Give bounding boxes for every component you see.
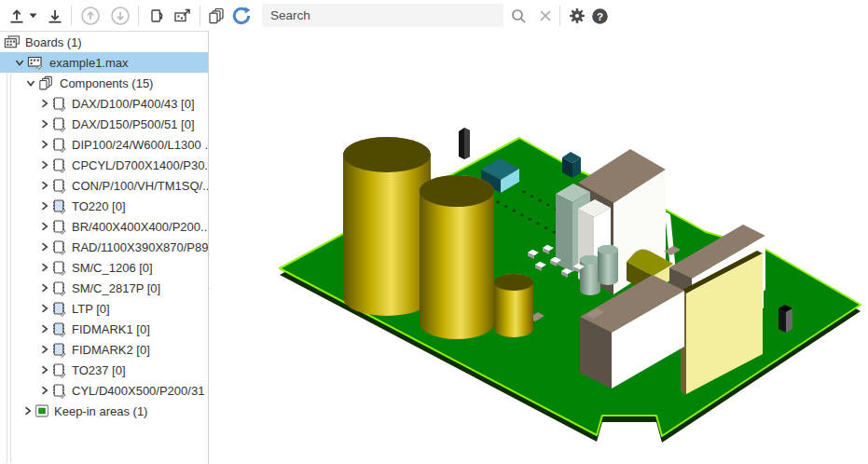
component-label: DAX/D100/P400/43 [0] (72, 97, 195, 111)
large-gold-capacitor-2[interactable] (420, 175, 494, 339)
components-stack-button[interactable] (205, 4, 229, 28)
sage-cylinder-2[interactable] (598, 245, 618, 285)
download-button[interactable] (43, 4, 67, 28)
clear-search-button[interactable] (533, 4, 558, 28)
chevron-right-icon[interactable] (24, 406, 32, 416)
tree-component-row[interactable]: FIDMARK2 [0] (0, 339, 208, 360)
components-stack-icon (38, 75, 55, 91)
settings-gear-icon (568, 7, 586, 25)
circle-arrow-up-icon (80, 6, 101, 26)
search-button[interactable] (506, 4, 530, 28)
component-label: DIP100/24/W600/L1300 ... (72, 138, 209, 152)
upload-icon (8, 7, 25, 24)
component-icon (51, 321, 67, 337)
circle-arrow-down-icon (110, 6, 131, 26)
components-label: Components (15) (60, 76, 153, 90)
component-label: RAD/1100X390X870/P89... (72, 240, 209, 254)
component-icon (51, 137, 67, 153)
tree-component-row[interactable]: SM/C_1206 [0] (0, 257, 208, 278)
reload-button[interactable] (229, 4, 254, 28)
tree-component-row[interactable]: TO237 [0] (0, 360, 208, 380)
move-up-button[interactable] (78, 4, 103, 28)
toolbar-separator (559, 6, 560, 26)
chevron-right-icon[interactable] (41, 119, 48, 129)
chevron-right-icon[interactable] (41, 242, 48, 252)
model-tree-panel: Boards (1) example1.max Components (15) (0, 31, 209, 464)
component-label: CPCYL/D700X1400/P30... (72, 158, 209, 172)
component-icon (51, 260, 67, 276)
large-gold-capacitor-1[interactable] (343, 137, 431, 316)
tree-node-keepin[interactable]: Keep-in areas (1) (0, 401, 208, 421)
component-label: CON/P/100/VH/TM1SQ/... (72, 179, 209, 193)
boards-stack-icon (4, 34, 21, 50)
chevron-right-icon[interactable] (41, 345, 48, 354)
tree-component-row[interactable]: DAX/D100/P400/43 [0] (0, 93, 208, 114)
chevron-right-icon[interactable] (41, 324, 48, 334)
chevron-right-icon[interactable] (41, 222, 48, 231)
chevron-right-icon[interactable] (41, 304, 48, 313)
component-label: FIDMARK1 [0] (72, 322, 150, 336)
chevron-right-icon[interactable] (41, 263, 48, 272)
tree-component-row[interactable]: LTP [0] (0, 298, 208, 319)
download-icon (47, 7, 63, 24)
chevron-down-icon[interactable] (15, 59, 24, 67)
tree-node-components[interactable]: Components (15) (0, 73, 208, 93)
sage-cylinder-1[interactable] (580, 255, 600, 295)
tree-component-row[interactable]: SM/C_2817P [0] (0, 278, 208, 298)
3d-viewport[interactable] (210, 31, 868, 464)
tree-component-row[interactable]: DIP100/24/W600/L1300 ... (0, 134, 208, 155)
chevron-right-icon[interactable] (41, 201, 48, 211)
open-board-external-button[interactable] (171, 4, 195, 28)
tree-component-row[interactable]: CPCYL/D700X1400/P30... (0, 155, 208, 175)
clear-x-icon (539, 9, 552, 22)
component-icon (51, 362, 67, 378)
chevron-right-icon[interactable] (41, 160, 48, 170)
search-input[interactable] (262, 4, 503, 27)
reload-icon (231, 6, 252, 26)
help-button[interactable]: ? (587, 4, 612, 28)
component-icon (51, 342, 67, 358)
board-file-label: example1.max (49, 56, 129, 70)
tree-node-boards[interactable]: Boards (1) (0, 32, 208, 52)
tree-component-row[interactable]: RAD/1100X390X870/P89... (0, 237, 208, 257)
component-icon (51, 219, 67, 235)
tree-component-row[interactable]: CON/P/100/VH/TM1SQ/... (0, 175, 208, 196)
component-icon (51, 157, 67, 173)
component-icon (51, 280, 67, 296)
component-label: SM/C_2817P [0] (72, 281, 160, 295)
keepin-label: Keep-in areas (1) (54, 404, 147, 418)
tree-component-row[interactable]: TO220 [0] (0, 196, 208, 216)
board-edit-icon (27, 55, 45, 70)
chevron-right-icon[interactable] (41, 140, 48, 149)
chevron-right-icon[interactable] (41, 365, 48, 375)
upload-menu-button[interactable] (26, 4, 39, 28)
component-icon (51, 96, 67, 112)
tree-component-row[interactable]: CYL/D400X500/P200/31 ... (0, 380, 208, 401)
small-black-component[interactable] (778, 305, 792, 333)
small-gold-capacitor[interactable] (494, 274, 533, 337)
settings-button[interactable] (565, 4, 589, 28)
component-label: TO220 [0] (72, 199, 126, 213)
copy-document-button[interactable] (145, 4, 169, 28)
tree-component-row[interactable]: DAX/D150/P500/51 [0] (0, 114, 208, 134)
toolbar: ? (0, 0, 868, 31)
tree-component-row[interactable]: BR/400X400X400/P200... (0, 216, 208, 237)
chevron-right-icon[interactable] (41, 283, 48, 293)
chevron-right-icon[interactable] (41, 99, 48, 108)
search-magnifier-icon (510, 7, 528, 25)
chevron-right-icon[interactable] (41, 181, 48, 190)
component-list: DAX/D100/P400/43 [0] DAX/D150/P500/51 [0… (0, 93, 208, 401)
move-down-button[interactable] (108, 4, 132, 28)
black-pin[interactable] (459, 128, 470, 159)
chevron-right-icon[interactable] (41, 386, 48, 395)
components-stack-icon (208, 7, 227, 25)
caret-down-icon (29, 13, 37, 19)
component-icon (51, 178, 67, 194)
component-label: LTP [0] (72, 302, 110, 316)
3d-scene[interactable] (210, 31, 868, 464)
tree-node-board-file[interactable]: example1.max (0, 52, 208, 73)
tree-component-row[interactable]: FIDMARK1 [0] (0, 319, 208, 339)
component-icon (51, 116, 67, 132)
chevron-down-icon[interactable] (26, 79, 35, 88)
search-field (262, 4, 503, 27)
